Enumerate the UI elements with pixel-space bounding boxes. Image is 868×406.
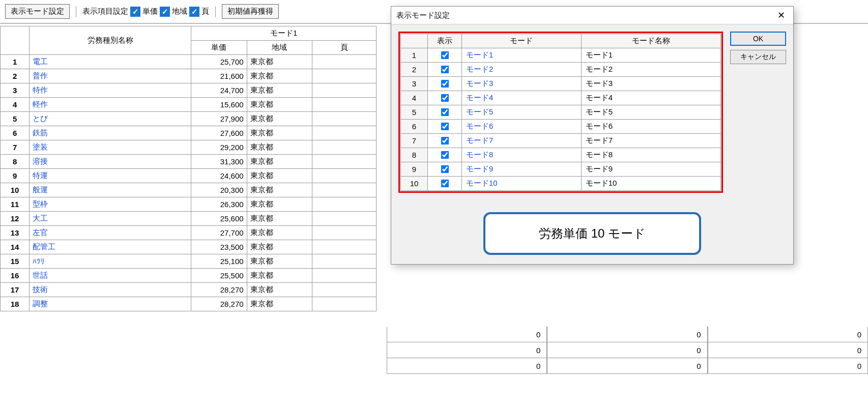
header-mode-group[interactable]: モード1 bbox=[191, 26, 377, 41]
mode-display-checkbox[interactable] bbox=[428, 134, 462, 148]
price-cell[interactable]: 21,600 bbox=[191, 69, 247, 83]
page-cell[interactable] bbox=[312, 126, 376, 140]
mode-name-cell[interactable]: モード1 bbox=[581, 48, 720, 63]
labor-name-cell[interactable]: 型枠 bbox=[30, 197, 191, 212]
page-cell[interactable] bbox=[312, 83, 376, 98]
page-cell[interactable] bbox=[312, 98, 376, 112]
mode-name-cell[interactable]: モード3 bbox=[581, 77, 720, 91]
labor-name-cell[interactable]: 配管工 bbox=[30, 240, 191, 254]
page-cell[interactable] bbox=[312, 297, 376, 311]
checkbox-page[interactable]: ✓ bbox=[189, 7, 199, 17]
mode-name-cell[interactable]: モード6 bbox=[581, 120, 720, 134]
mode-link-cell[interactable]: モード8 bbox=[462, 148, 582, 162]
mode-display-checkbox[interactable] bbox=[428, 177, 462, 191]
price-cell[interactable]: 20,300 bbox=[191, 183, 247, 197]
mode-display-checkbox[interactable] bbox=[428, 162, 462, 177]
labor-name-cell[interactable]: 電工 bbox=[30, 55, 191, 69]
labor-name-cell[interactable]: 大工 bbox=[30, 212, 191, 226]
mode-name-cell[interactable]: モード9 bbox=[581, 162, 720, 177]
labor-name-cell[interactable]: 普作 bbox=[30, 69, 191, 83]
mode-display-checkbox[interactable] bbox=[428, 77, 462, 91]
labor-name-cell[interactable]: 塗装 bbox=[30, 140, 191, 155]
mode-header-display[interactable]: 表示 bbox=[428, 34, 462, 48]
region-cell[interactable]: 東京都 bbox=[247, 240, 312, 254]
region-cell[interactable]: 東京都 bbox=[247, 55, 312, 69]
page-cell[interactable] bbox=[312, 269, 376, 283]
price-cell[interactable]: 31,300 bbox=[191, 155, 247, 169]
mode-name-cell[interactable]: モード10 bbox=[581, 177, 720, 191]
labor-name-cell[interactable]: 左官 bbox=[30, 226, 191, 240]
ok-button[interactable]: OK bbox=[730, 32, 786, 46]
display-mode-button[interactable]: 表示モード設定 bbox=[5, 4, 70, 19]
labor-name-cell[interactable]: 溶接 bbox=[30, 155, 191, 169]
page-cell[interactable] bbox=[312, 197, 376, 212]
mode-link-cell[interactable]: モード9 bbox=[462, 162, 582, 177]
price-cell[interactable]: 15,600 bbox=[191, 98, 247, 112]
checkbox-price[interactable]: ✓ bbox=[130, 7, 140, 17]
price-cell[interactable]: 25,700 bbox=[191, 55, 247, 69]
mode-name-cell[interactable]: モード8 bbox=[581, 148, 720, 162]
price-cell[interactable]: 25,500 bbox=[191, 269, 247, 283]
region-cell[interactable]: 東京都 bbox=[247, 69, 312, 83]
page-cell[interactable] bbox=[312, 283, 376, 297]
labor-name-cell[interactable]: 特運 bbox=[30, 169, 191, 183]
page-cell[interactable] bbox=[312, 212, 376, 226]
price-cell[interactable]: 28,270 bbox=[191, 297, 247, 311]
mode-name-cell[interactable]: モード4 bbox=[581, 91, 720, 105]
mode-link-cell[interactable]: モード2 bbox=[462, 63, 582, 77]
price-cell[interactable]: 24,600 bbox=[191, 169, 247, 183]
price-cell[interactable]: 27,600 bbox=[191, 126, 247, 140]
price-cell[interactable]: 27,700 bbox=[191, 226, 247, 240]
header-price[interactable]: 単価 bbox=[191, 41, 247, 55]
page-cell[interactable] bbox=[312, 55, 376, 69]
mode-link-cell[interactable]: モード4 bbox=[462, 91, 582, 105]
region-cell[interactable]: 東京都 bbox=[247, 197, 312, 212]
labor-name-cell[interactable]: 世話 bbox=[30, 269, 191, 283]
region-cell[interactable]: 東京都 bbox=[247, 226, 312, 240]
mode-display-checkbox[interactable] bbox=[428, 48, 462, 63]
header-labor-name[interactable]: 労務種別名称 bbox=[30, 26, 191, 55]
region-cell[interactable]: 東京都 bbox=[247, 183, 312, 197]
price-cell[interactable]: 23,500 bbox=[191, 240, 247, 254]
mode-link-cell[interactable]: モード5 bbox=[462, 105, 582, 120]
close-icon[interactable]: ✕ bbox=[774, 10, 788, 21]
page-cell[interactable] bbox=[312, 69, 376, 83]
price-cell[interactable]: 26,300 bbox=[191, 197, 247, 212]
region-cell[interactable]: 東京都 bbox=[247, 254, 312, 269]
mode-header-name[interactable]: モード名称 bbox=[581, 34, 720, 48]
mode-link-cell[interactable]: モード10 bbox=[462, 177, 582, 191]
labor-name-cell[interactable]: 鉄筋 bbox=[30, 126, 191, 140]
labor-name-cell[interactable]: 技術 bbox=[30, 283, 191, 297]
reset-defaults-button[interactable]: 初期値再獲得 bbox=[222, 4, 279, 19]
page-cell[interactable] bbox=[312, 155, 376, 169]
mode-name-cell[interactable]: モード5 bbox=[581, 105, 720, 120]
price-cell[interactable]: 25,600 bbox=[191, 212, 247, 226]
region-cell[interactable]: 東京都 bbox=[247, 155, 312, 169]
mode-header-mode[interactable]: モード bbox=[462, 34, 582, 48]
region-cell[interactable]: 東京都 bbox=[247, 140, 312, 155]
mode-link-cell[interactable]: モード3 bbox=[462, 77, 582, 91]
header-page[interactable]: 頁 bbox=[312, 41, 376, 55]
region-cell[interactable]: 東京都 bbox=[247, 83, 312, 98]
region-cell[interactable]: 東京都 bbox=[247, 112, 312, 126]
mode-display-checkbox[interactable] bbox=[428, 63, 462, 77]
mode-display-checkbox[interactable] bbox=[428, 91, 462, 105]
page-cell[interactable] bbox=[312, 183, 376, 197]
labor-name-cell[interactable]: とび bbox=[30, 112, 191, 126]
price-cell[interactable]: 27,900 bbox=[191, 112, 247, 126]
price-cell[interactable]: 28,270 bbox=[191, 283, 247, 297]
mode-link-cell[interactable]: モード7 bbox=[462, 134, 582, 148]
mode-name-cell[interactable]: モード7 bbox=[581, 134, 720, 148]
region-cell[interactable]: 東京都 bbox=[247, 169, 312, 183]
page-cell[interactable] bbox=[312, 169, 376, 183]
mode-name-cell[interactable]: モード2 bbox=[581, 63, 720, 77]
price-cell[interactable]: 25,100 bbox=[191, 254, 247, 269]
mode-display-checkbox[interactable] bbox=[428, 105, 462, 120]
region-cell[interactable]: 東京都 bbox=[247, 98, 312, 112]
header-region[interactable]: 地域 bbox=[247, 41, 312, 55]
page-cell[interactable] bbox=[312, 226, 376, 240]
labor-name-cell[interactable]: 特作 bbox=[30, 83, 191, 98]
cancel-button[interactable]: キャンセル bbox=[730, 50, 786, 64]
labor-name-cell[interactable]: 般運 bbox=[30, 183, 191, 197]
mode-display-checkbox[interactable] bbox=[428, 148, 462, 162]
